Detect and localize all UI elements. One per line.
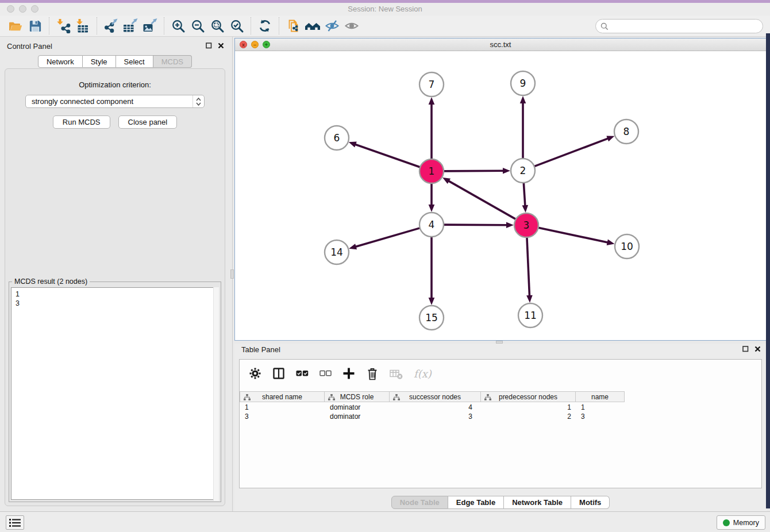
refresh-icon: [257, 18, 272, 33]
tab-motifs[interactable]: Motifs: [571, 496, 610, 509]
add-column-button[interactable]: [342, 367, 355, 380]
export-table-icon: [123, 18, 138, 33]
column-header-successor-nodes[interactable]: successor nodes: [390, 391, 481, 402]
graph-node-label-2: 2: [520, 165, 526, 176]
delete-table-icon: [390, 368, 403, 380]
column-header-predecessor-nodes[interactable]: predecessor nodes: [481, 391, 576, 402]
tab-network-table[interactable]: Network Table: [504, 496, 571, 509]
refresh-view-button[interactable]: [255, 17, 275, 34]
tab-style[interactable]: Style: [83, 55, 116, 68]
tab-edge-table[interactable]: Edge Table: [448, 496, 504, 509]
network-canvas[interactable]: 7968124314101511: [235, 51, 766, 340]
zoom-in-button[interactable]: [168, 17, 188, 34]
eye-icon: [344, 18, 359, 33]
graph-edge-3-11[interactable]: [527, 237, 530, 296]
export-network-button[interactable]: [101, 17, 121, 34]
search-input[interactable]: [611, 22, 763, 30]
column-header-MCDS-role[interactable]: MCDS role: [325, 391, 390, 402]
graph-edge-4-14[interactable]: [355, 228, 420, 247]
open-session-button[interactable]: [6, 17, 25, 34]
graph-edge-1-6[interactable]: [355, 144, 420, 167]
graph-edge-4-3[interactable]: [444, 225, 507, 225]
graph-edge-3-1[interactable]: [448, 180, 516, 219]
graph-node-label-7: 7: [429, 79, 435, 90]
mcds-result-legend: MCDS result (2 nodes): [12, 277, 90, 286]
hide-selected-button[interactable]: [322, 17, 342, 34]
cell-predecessor-nodes[interactable]: 2: [482, 412, 576, 421]
search-box: [595, 19, 763, 33]
cell-predecessor-nodes[interactable]: 1: [482, 403, 576, 412]
cell-MCDS-role[interactable]: dominator: [325, 403, 390, 412]
close-panel-icon[interactable]: [754, 346, 761, 352]
table-settings-gear-button[interactable]: [249, 367, 261, 380]
result-scrollbar[interactable]: [213, 287, 219, 501]
save-session-button[interactable]: [25, 17, 45, 34]
graph-edge-3-10[interactable]: [538, 228, 609, 242]
optimization-criterion-dropdown[interactable]: strongly connected component: [25, 95, 205, 108]
zoom-selected-button[interactable]: [227, 17, 247, 34]
cell-successor-nodes[interactable]: 4: [390, 403, 482, 412]
result-line: 1: [16, 290, 218, 299]
cell-name[interactable]: 1: [576, 403, 625, 412]
close-panel-button[interactable]: Close panel: [118, 115, 178, 129]
apply-function-button[interactable]: f(x): [414, 368, 432, 380]
cell-MCDS-role[interactable]: dominator: [325, 412, 390, 421]
select-all-checkboxes-button[interactable]: [296, 368, 309, 379]
hierarchy-icon: [393, 394, 400, 400]
import-network-button[interactable]: [53, 17, 73, 34]
control-panel-tabs: NetworkStyleSelectMCDS: [0, 55, 230, 68]
deselect-all-checkboxes-button[interactable]: [319, 368, 332, 379]
graph-edge-2-8[interactable]: [534, 138, 609, 167]
cell-successor-nodes[interactable]: 3: [390, 412, 482, 421]
table-row[interactable]: 1dominator411: [240, 403, 625, 412]
show-hidden-button[interactable]: [342, 17, 361, 34]
memory-button[interactable]: Memory: [717, 515, 765, 530]
hierarchy-icon: [328, 394, 335, 400]
toolbar-separator: [97, 17, 97, 34]
show-columns-button[interactable]: [272, 367, 285, 380]
cell-name[interactable]: 3: [576, 412, 625, 421]
tab-network[interactable]: Network: [38, 55, 83, 68]
graph-node-label-8: 8: [623, 126, 630, 137]
graph-arrowhead-2-3: [522, 205, 529, 213]
cell-shared-name[interactable]: 1: [240, 403, 325, 412]
column-header-name[interactable]: name: [576, 391, 625, 402]
float-panel-icon[interactable]: [742, 346, 749, 352]
graph-arrowhead-2-8: [606, 136, 614, 141]
table-panel-header: Table Panel: [234, 344, 767, 356]
dropdown-stepper: [192, 95, 204, 107]
close-panel-icon[interactable]: [218, 43, 224, 49]
delete-table-button[interactable]: [390, 368, 403, 380]
desktop-background: [766, 33, 770, 508]
mcds-result-fieldset: MCDS result (2 nodes) 13: [9, 282, 221, 502]
table-row[interactable]: 3dominator323: [240, 412, 625, 421]
duplicate-network-icon: [286, 18, 301, 33]
main-area: Control Panel NetworkStyleSelectMCDS Opt…: [0, 37, 770, 511]
result-line: 3: [16, 299, 218, 308]
export-table-button[interactable]: [121, 17, 140, 34]
duplicate-network-button[interactable]: [283, 17, 303, 34]
delete-column-button[interactable]: [366, 367, 379, 380]
nested-network-home-button[interactable]: [303, 17, 322, 34]
splitter-handle[interactable]: [230, 269, 234, 279]
float-panel-icon[interactable]: [206, 43, 212, 49]
task-history-button[interactable]: [6, 515, 24, 530]
import-table-button[interactable]: [73, 17, 93, 34]
tab-select[interactable]: Select: [116, 55, 153, 68]
column-header-shared-name[interactable]: shared name: [240, 391, 325, 402]
export-image-button[interactable]: [140, 17, 160, 34]
graph-node-label-14: 14: [330, 246, 343, 258]
vertical-splitter[interactable]: [230, 37, 234, 511]
zoom-out-button[interactable]: [188, 17, 207, 34]
graph-edge-2-3[interactable]: [523, 183, 525, 206]
zoom-fit-button[interactable]: [207, 17, 227, 34]
tab-node-table[interactable]: Node Table: [391, 496, 448, 509]
graph-arrowhead-2-9: [520, 96, 526, 103]
run-mcds-button[interactable]: Run MCDS: [53, 115, 110, 129]
graph-edge-1-2[interactable]: [444, 171, 504, 171]
trash-icon: [366, 367, 379, 380]
table-toolbar: f(x): [240, 360, 761, 387]
cell-shared-name[interactable]: 3: [240, 412, 325, 421]
tab-mcds[interactable]: MCDS: [153, 55, 192, 68]
mcds-result-text[interactable]: 13: [11, 287, 219, 500]
